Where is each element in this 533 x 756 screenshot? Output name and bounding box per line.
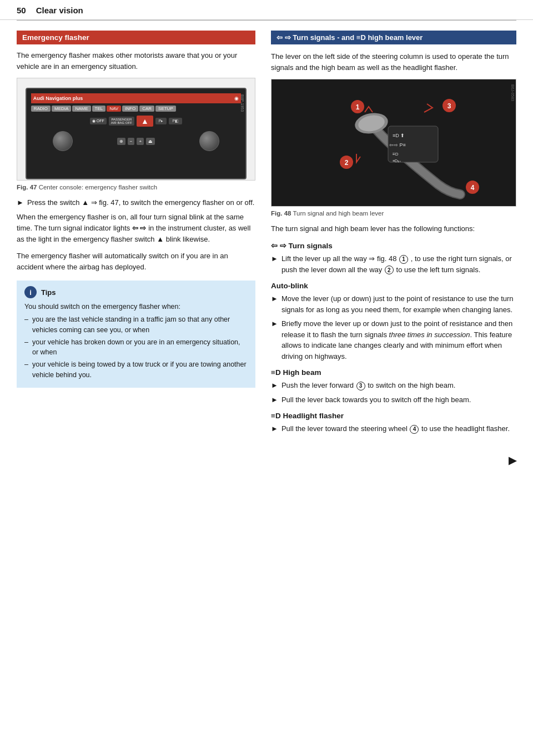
- turn-signals-subheading: ⇦ ⇨ Turn signals: [271, 241, 516, 250]
- turn-signals-heading: ⇦ ⇨ Turn signals - and ≡D high beam leve…: [271, 31, 516, 44]
- high-beam-bullet2: ► Pull the lever back towards you to swi…: [271, 394, 516, 405]
- radio-tab: RADIO: [31, 106, 51, 112]
- media-tab: MEDIA: [52, 106, 71, 112]
- headlight-flasher-bullet1: ► Pull the lever toward the steering whe…: [271, 423, 516, 434]
- headlight-flasher-subheading: ≡D Headlight flasher: [271, 412, 516, 420]
- audi-nav-display: B8P-1953 Audi Navigation plus ◉ RADIO ME…: [23, 83, 249, 175]
- fig47-figure: B8P-1953 Audi Navigation plus ◉ RADIO ME…: [17, 78, 255, 181]
- turn-signals-bullet1: ► Lift the lever up all the way ⇒ fig. 4…: [271, 253, 516, 275]
- tips-list: you are the last vehicle standing in a t…: [24, 314, 248, 380]
- right-column: ⇦ ⇨ Turn signals - and ≡D high beam leve…: [271, 31, 516, 438]
- page-title: Clear vision: [36, 6, 83, 15]
- emergency-flasher-heading: Emergency flasher: [17, 31, 255, 44]
- center-btns: ⊕ − + ⏏: [117, 138, 155, 145]
- p2-btn: P◧: [169, 118, 182, 124]
- info-tab: INFO: [122, 106, 138, 112]
- minus-btn: −: [128, 138, 135, 145]
- name-tab: NAME: [72, 106, 90, 112]
- lever-functions-intro: The turn signal and high beam lever has …: [271, 223, 516, 234]
- lever-svg: ≡D ⬆ ⇦⇨ P≡ ≡D ≡D₁ₓ 1 2: [294, 84, 494, 201]
- eject-btn: ⏏: [146, 138, 155, 145]
- high-beam-subheading: ≡D High beam: [271, 368, 516, 377]
- svg-text:≡D₁ₓ: ≡D₁ₓ: [393, 159, 401, 163]
- fig47-watermark: B8P-1953: [240, 94, 244, 112]
- svg-text:⇦⇨ P≡: ⇦⇨ P≡: [389, 142, 406, 148]
- setup-tab: SETUP: [155, 106, 176, 112]
- page-header: 50 Clear vision: [0, 0, 533, 20]
- tel-tab: TEL: [92, 106, 106, 112]
- cd-btn: ⊕: [117, 138, 125, 145]
- auto-blink-subheading: Auto-blink: [271, 282, 516, 290]
- console-bottom: ⊕ − + ⏏: [31, 129, 242, 153]
- tips-item-3: your vehicle is being towed by a tow tru…: [24, 359, 248, 380]
- svg-text:≡D: ≡D: [393, 152, 399, 157]
- nav-tab-nav: NAV: [107, 106, 121, 112]
- tips-box: i Tips You should switch on the emergenc…: [17, 281, 255, 387]
- left-controls: ◉ OFF PASSENGERAIR BAG OFF ▲ P▸ P◧: [90, 116, 182, 127]
- tips-title: Tips: [41, 288, 56, 297]
- page-number: 50: [17, 6, 26, 15]
- svg-text:4: 4: [471, 184, 475, 192]
- footer-nav: ▶: [0, 449, 533, 472]
- p-btn: P▸: [155, 118, 167, 124]
- svg-text:≡D ⬆: ≡D ⬆: [393, 133, 405, 138]
- next-page-arrow: ▶: [509, 454, 516, 467]
- turn-signals-intro: The lever on the left side of the steeri…: [271, 51, 516, 73]
- left-column: Emergency flasher The emergency flasher …: [17, 31, 255, 438]
- heading-icons: ⇦ ⇨ Turn signals - and ≡D high beam leve…: [276, 33, 423, 42]
- tips-header: i Tips: [24, 286, 248, 298]
- emergency-intro: The emergency flasher makes other motori…: [17, 50, 255, 72]
- svg-text:3: 3: [447, 102, 451, 110]
- press-bullet: ► Press the switch ▲ ⇒ fig. 47, to switc…: [17, 197, 255, 208]
- off-btn: ◉ OFF: [90, 118, 107, 124]
- flasher-para2: The emergency flasher will automatically…: [17, 251, 255, 273]
- nav-tabs: RADIO MEDIA NAME TEL NAV INFO CAR SETUP: [31, 106, 242, 112]
- auto-blink-bullet2: ► Briefly move the lever up or down just…: [271, 318, 516, 362]
- car-tab: CAR: [139, 106, 154, 112]
- fig48-watermark: B6J-0583: [511, 84, 515, 101]
- lever-illustration-inner: B6J-0583: [271, 79, 516, 207]
- tips-icon: i: [24, 286, 37, 298]
- plus-btn: +: [137, 138, 144, 145]
- tips-item-1: you are the last vehicle standing in a t…: [24, 314, 248, 336]
- svg-text:2: 2: [345, 159, 349, 167]
- fig47-caption: Fig. 47 Center console: emergency flashe…: [17, 184, 255, 191]
- svg-text:1: 1: [356, 103, 360, 111]
- triangle-btn: ▲: [137, 116, 153, 127]
- left-knob: [53, 131, 73, 151]
- flasher-para1: When the emergency flasher is on, all fo…: [17, 212, 255, 245]
- fig48-figure: B6J-0583: [271, 79, 516, 207]
- right-knob: [199, 131, 219, 151]
- high-beam-bullet1: ► Push the lever forward 3 to switch on …: [271, 380, 516, 391]
- tips-item-2: your vehicle has broken down or you are …: [24, 337, 248, 358]
- console-controls: ◉ OFF PASSENGERAIR BAG OFF ▲ P▸ P◧: [31, 113, 242, 129]
- nav-top-bar: Audi Navigation plus ◉: [31, 93, 242, 103]
- airbag-btn: PASSENGERAIR BAG OFF: [109, 117, 134, 126]
- auto-blink-bullet1: ► Move the lever (up or down) just to th…: [271, 293, 516, 315]
- fig48-caption: Fig. 48 Turn signal and high beam lever: [271, 210, 516, 217]
- tips-content: You should switch on the emergency flash…: [24, 302, 248, 380]
